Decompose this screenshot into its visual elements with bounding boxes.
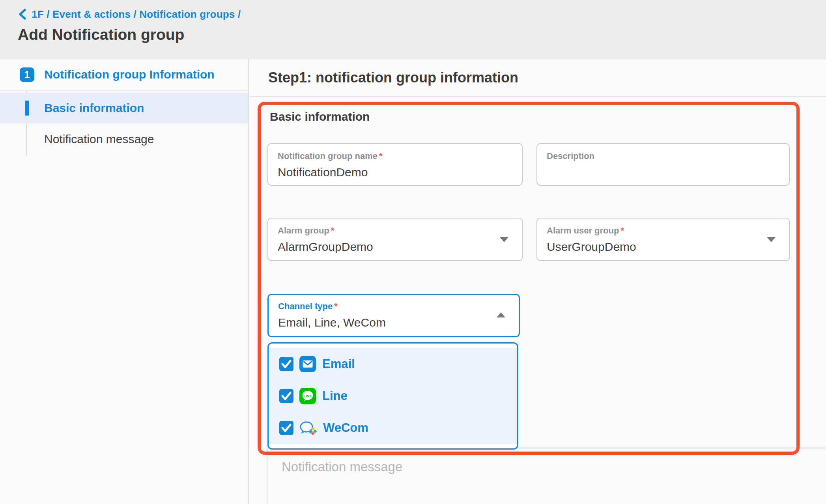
step-number-badge: 1 [20, 67, 34, 82]
required-asterisk: * [620, 226, 624, 235]
required-asterisk: * [334, 301, 338, 311]
required-asterisk: * [331, 226, 335, 235]
required-asterisk: * [379, 151, 383, 161]
alarm-user-group-select[interactable]: Alarm user group* UserGroupDemo [536, 218, 790, 261]
breadcrumb-text[interactable]: 1F / Event & actions / Notification grou… [32, 8, 241, 21]
chevron-down-icon[interactable] [500, 237, 508, 242]
dropdown-option-line[interactable]: LINE Line [269, 380, 517, 412]
checkbox-checked[interactable] [279, 420, 294, 435]
sidebar-divider [0, 90, 248, 91]
sidebar-item-notification-group-information[interactable]: 1 Notification group Information [0, 59, 248, 90]
email-icon [299, 356, 316, 372]
step-section-title: Step1: notification group information [268, 69, 518, 86]
dropdown-option-label: Line [322, 389, 348, 403]
checkbox-checked[interactable] [279, 388, 294, 403]
step-label: Notification group Information [44, 68, 215, 81]
svg-text:LINE: LINE [303, 393, 312, 398]
line-icon: LINE [299, 388, 316, 404]
page-header: 1F / Event & actions / Notification grou… [0, 0, 826, 59]
sidebar-item-label: Basic information [44, 101, 144, 115]
notification-message-textarea[interactable]: Notification message [267, 448, 826, 504]
description-field[interactable]: Description [536, 143, 790, 186]
notification-group-name-field[interactable]: Notification group name* NotificationDem… [267, 143, 523, 186]
sidebar-item-notification-message[interactable]: Notification message [0, 124, 248, 155]
field-value: UserGroupDemo [547, 240, 779, 254]
content-divider [250, 96, 826, 97]
field-label: Alarm group* [278, 226, 512, 236]
sidebar-item-label: Notification message [44, 133, 154, 146]
chevron-up-icon[interactable] [497, 312, 505, 317]
field-value: NotificationDemo [278, 165, 512, 179]
active-indicator-bar [25, 101, 29, 116]
dropdown-option-label: WeCom [323, 421, 368, 435]
field-label: Channel type* [278, 301, 509, 312]
channel-type-dropdown: Email LINE Line WeCom [267, 342, 518, 450]
dropdown-option-email[interactable]: Email [269, 348, 517, 380]
back-chevron-icon[interactable] [17, 8, 28, 21]
steps-sidebar: 1 Notification group Information Basic i… [0, 59, 249, 504]
field-value: Email, Line, WeCom [278, 315, 509, 330]
dropdown-option-label: Email [322, 357, 355, 371]
checkbox-checked[interactable] [279, 357, 294, 371]
sidebar-item-basic-information[interactable]: Basic information [0, 93, 248, 123]
basic-information-heading: Basic information [270, 110, 370, 123]
chevron-down-icon[interactable] [767, 237, 776, 242]
channel-type-select[interactable]: Channel type* Email, Line, WeCom [267, 294, 520, 337]
page-title: Add Notification group [18, 26, 184, 43]
field-label: Alarm user group* [547, 226, 779, 236]
breadcrumb[interactable]: 1F / Event & actions / Notification grou… [17, 8, 241, 21]
field-value: AlarmGroupDemo [278, 240, 512, 254]
wecom-icon [299, 420, 317, 436]
field-label: Notification group name* [278, 151, 512, 161]
field-label: Description [547, 151, 779, 161]
dropdown-option-wecom[interactable]: WeCom [269, 412, 517, 444]
alarm-group-select[interactable]: Alarm group* AlarmGroupDemo [267, 218, 523, 261]
textarea-placeholder: Notification message [282, 459, 826, 474]
